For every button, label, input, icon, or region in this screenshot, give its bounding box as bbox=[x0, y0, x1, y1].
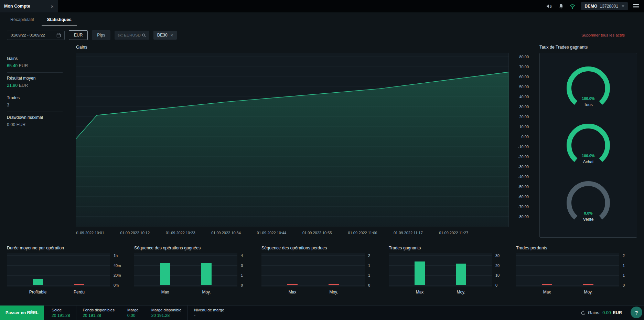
gains-unit: EUR bbox=[613, 310, 622, 315]
svg-text:0: 0 bbox=[495, 283, 497, 287]
gauge-label: Achat bbox=[583, 159, 594, 164]
svg-text:20: 20 bbox=[495, 264, 500, 268]
sequence-perdues-bar-chart: 2110MaxMoy. bbox=[261, 253, 383, 297]
gauge-label: Vente bbox=[583, 217, 594, 222]
tab-statistiques[interactable]: Statistiques bbox=[42, 14, 77, 25]
stat-label: Drawdown maximal bbox=[7, 115, 63, 120]
stat-gains: Gains 65.40 EUR bbox=[7, 53, 63, 73]
svg-text:40.00: 40.00 bbox=[519, 95, 529, 99]
chevron-down-icon bbox=[622, 6, 624, 7]
svg-text:70.00: 70.00 bbox=[519, 65, 529, 69]
svg-text:1: 1 bbox=[623, 264, 625, 268]
account-number: 13728801 bbox=[600, 4, 618, 9]
svg-text:-50.00: -50.00 bbox=[518, 185, 529, 189]
footer-stat-fonds-disponibles: Fonds disponibles 20 191.28 bbox=[76, 306, 121, 320]
mini-chart-title: Durée moyenne par opération bbox=[7, 246, 128, 251]
mini-chart-title: Trades gagnants bbox=[389, 246, 510, 251]
gains-chart-section: Gains 80.0070.0060.0050.0040.0030.0020.0… bbox=[76, 45, 534, 239]
duree-moyenne-bar-chart: 1h40m20m0mProfitablePerdu bbox=[7, 253, 128, 297]
svg-text:Max: Max bbox=[416, 290, 424, 295]
pips-toggle[interactable]: Pips bbox=[92, 30, 110, 40]
stat-resultat-moyen: Résultat moyen 21.80 EUR bbox=[7, 73, 63, 92]
svg-text:Moy.: Moy. bbox=[584, 290, 592, 295]
svg-text:Perdu: Perdu bbox=[74, 290, 85, 295]
symbol-search[interactable] bbox=[115, 31, 149, 40]
remove-asset-icon[interactable]: × bbox=[171, 33, 173, 38]
gauge-achat: 100.0% Achat bbox=[561, 123, 616, 168]
sequence-gagnees-bar-chart: 4310MaxMoy. bbox=[134, 253, 255, 297]
svg-text:30.00: 30.00 bbox=[519, 105, 529, 109]
svg-text:01.09.2022 10:12: 01.09.2022 10:12 bbox=[120, 231, 150, 235]
svg-text:0: 0 bbox=[368, 283, 370, 287]
currency-toggle-eur[interactable]: EUR bbox=[69, 30, 88, 40]
close-tab-icon[interactable]: × bbox=[51, 4, 54, 9]
trades-gagnants-bar-chart: 3020100MaxMoy. bbox=[389, 253, 510, 297]
mini-chart-title: Séquence des opérations perdues bbox=[261, 246, 383, 251]
stat-label: Trades bbox=[7, 95, 63, 100]
asset-chip-label: DE30 bbox=[157, 33, 168, 38]
mini-chart-title: Séquence des opérations gagnées bbox=[134, 246, 255, 251]
wifi-connection-icon bbox=[569, 4, 576, 9]
calendar-icon[interactable] bbox=[56, 33, 61, 38]
svg-text:4: 4 bbox=[241, 254, 243, 258]
stat-label: Résultat moyen bbox=[7, 76, 63, 81]
remove-all-assets-link[interactable]: Supprimer tous les actifs bbox=[581, 33, 625, 37]
svg-text:01.09.2022 10:23: 01.09.2022 10:23 bbox=[166, 231, 195, 235]
svg-text:Profitable: Profitable bbox=[29, 290, 47, 295]
window-tab-title: Mon Compte bbox=[4, 4, 30, 9]
footer-stat-marge: Marge 0.00 bbox=[121, 306, 145, 320]
svg-text:Max: Max bbox=[161, 290, 169, 295]
account-type: DEMO bbox=[584, 4, 597, 9]
svg-text:-20.00: -20.00 bbox=[518, 155, 529, 159]
win-rate-panel: 100.0% Tous 100.0% Achat 0.0% Vente bbox=[539, 53, 637, 238]
mini-charts-row: Durée moyenne par opération 1h40m20m0mPr… bbox=[0, 239, 644, 297]
symbol-search-input[interactable] bbox=[118, 31, 142, 40]
footer-stat-marge-disponible: Marge disponible 20 191.28 bbox=[145, 306, 188, 320]
topbar-right-controls: $ DEMO 13728801 bbox=[546, 0, 644, 12]
svg-text:01.09.2022 10:55: 01.09.2022 10:55 bbox=[302, 231, 332, 235]
help-button[interactable]: ? bbox=[631, 307, 642, 318]
svg-text:1: 1 bbox=[368, 264, 370, 268]
svg-text:40m: 40m bbox=[114, 264, 121, 268]
gains-cycle-icon bbox=[581, 310, 586, 316]
bell-icon[interactable] bbox=[558, 3, 564, 9]
asset-chip-de30[interactable]: DE30 × bbox=[153, 31, 177, 40]
tab-recapitulatif[interactable]: Récapitulatif bbox=[5, 14, 40, 25]
window-tab-mon-compte[interactable]: Mon Compte × bbox=[0, 0, 58, 12]
date-range-input[interactable]: 01/09/22 - 01/09/22 bbox=[7, 31, 65, 40]
main-region: Gains 65.40 EUR Résultat moyen 21.80 EUR… bbox=[0, 45, 644, 239]
price-alert-sound-icon[interactable]: $ bbox=[546, 4, 553, 9]
win-rate-section: Taux de Trades gagnants 100.0% Tous 100.… bbox=[539, 45, 637, 239]
top-window-bar: Mon Compte × $ DEMO 13728801 bbox=[0, 0, 644, 12]
page-tabs: Récapitulatif Statistiques bbox=[0, 12, 644, 25]
footer-stat-solde: Solde 20 191.28 bbox=[45, 306, 76, 320]
svg-text:-70.00: -70.00 bbox=[518, 205, 529, 209]
switch-to-real-button[interactable]: Passer en RÉEL bbox=[0, 306, 44, 320]
gains-area-chart[interactable]: 80.0070.0060.0050.0040.0030.0020.0010.00… bbox=[76, 53, 534, 239]
mini-chart-title: Trades perdants bbox=[516, 246, 637, 251]
svg-text:-30.00: -30.00 bbox=[518, 165, 529, 169]
win-rate-title: Taux de Trades gagnants bbox=[539, 45, 637, 50]
trades-perdants-bar-chart: 2110MaxMoy. bbox=[516, 253, 637, 297]
footer-stat-niveau-de-marge: Niveau de marge - bbox=[187, 306, 230, 320]
account-selector[interactable]: DEMO 13728801 bbox=[581, 2, 628, 10]
svg-text:0m: 0m bbox=[114, 283, 119, 287]
svg-text:-80.00: -80.00 bbox=[518, 215, 529, 219]
svg-text:-10.00: -10.00 bbox=[518, 145, 529, 149]
gauge-tous: 100.0% Tous bbox=[561, 65, 616, 111]
svg-text:-40.00: -40.00 bbox=[518, 175, 529, 179]
svg-text:1: 1 bbox=[241, 273, 243, 277]
gains-value: 0.00 bbox=[602, 310, 611, 315]
svg-text:20m: 20m bbox=[114, 273, 121, 277]
svg-text:-60.00: -60.00 bbox=[518, 195, 529, 199]
stat-value: 21.80 EUR bbox=[7, 83, 63, 88]
mini-chart-trades-gagnants: Trades gagnants 3020100MaxMoy. bbox=[389, 246, 510, 297]
svg-text:0: 0 bbox=[241, 283, 243, 287]
gauge-label: Tous bbox=[584, 102, 592, 107]
svg-text:50.00: 50.00 bbox=[519, 85, 529, 89]
svg-text:Moy.: Moy. bbox=[202, 290, 211, 295]
svg-text:Moy.: Moy. bbox=[329, 290, 338, 295]
stat-value: 65.40 EUR bbox=[7, 63, 63, 68]
menu-icon[interactable] bbox=[633, 4, 639, 8]
gauge-value: 100.0% bbox=[582, 96, 595, 101]
